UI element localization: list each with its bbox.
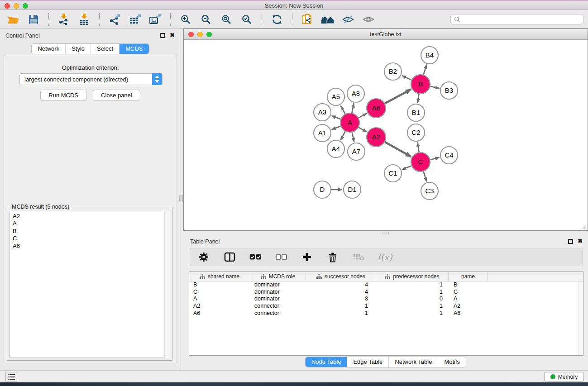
column-header-predecessor-nodes[interactable]: predecessor nodes xyxy=(376,272,449,281)
zoom-out-icon[interactable] xyxy=(199,12,213,27)
close-table-panel-icon[interactable]: ✖ xyxy=(578,238,583,244)
graph-edge-B-B2[interactable] xyxy=(402,76,411,80)
import-network-icon[interactable] xyxy=(57,12,71,27)
function-builder-button[interactable]: f(x) xyxy=(378,252,392,262)
table-cell[interactable]: dominator xyxy=(250,295,306,303)
run-mcds-button[interactable]: Run MCDS xyxy=(40,90,86,101)
tab-style[interactable]: Style xyxy=(65,44,91,54)
graph-edge-B-B1[interactable] xyxy=(417,94,419,103)
close-panel-icon[interactable]: ✖ xyxy=(170,32,175,38)
delete-table-icon[interactable] xyxy=(352,250,365,264)
graph-edge-A6-B[interactable] xyxy=(385,89,411,103)
tab-node-table[interactable]: Node Table xyxy=(306,357,347,367)
table-cell[interactable]: C xyxy=(449,289,488,296)
table-cell[interactable]: A xyxy=(449,295,488,303)
column-header-name[interactable]: name xyxy=(449,272,488,281)
mcds-result-item[interactable]: C xyxy=(10,235,169,242)
search-input[interactable] xyxy=(460,16,583,23)
table-row[interactable]: A2connector11A2 xyxy=(189,303,583,310)
table-cell[interactable]: 1 xyxy=(376,289,449,296)
graph-edge-A-A5[interactable] xyxy=(341,105,345,114)
float-table-panel-icon[interactable] xyxy=(568,239,573,244)
table-row[interactable]: A6connector11A6 xyxy=(189,310,583,317)
export-image-icon[interactable] xyxy=(148,12,162,27)
search-box[interactable] xyxy=(450,14,583,24)
export-network-icon[interactable] xyxy=(108,12,121,27)
tab-network[interactable]: Network xyxy=(32,44,65,54)
table-cell[interactable]: B xyxy=(449,281,488,289)
table-cell[interactable]: dominator xyxy=(250,281,306,289)
table-cell[interactable]: connector xyxy=(250,310,306,317)
column-selector-icon[interactable] xyxy=(223,250,236,264)
zoom-in-icon[interactable] xyxy=(179,12,192,27)
table-cell[interactable]: 1 xyxy=(306,303,376,310)
home-view-icon[interactable] xyxy=(321,12,335,27)
mcds-result-item[interactable]: A6 xyxy=(10,243,169,250)
mcds-result-item[interactable]: A2 xyxy=(10,211,169,220)
hide-network-eye-icon[interactable] xyxy=(341,12,355,27)
table-cell[interactable]: 1 xyxy=(376,310,449,317)
open-session-icon[interactable] xyxy=(6,12,20,27)
graph-edge-C-C3[interactable] xyxy=(424,172,427,181)
graph-edge-A-A8[interactable] xyxy=(352,104,354,113)
tab-select[interactable]: Select xyxy=(91,44,119,54)
float-panel-icon[interactable] xyxy=(160,33,165,38)
table-cell[interactable]: C xyxy=(189,289,250,296)
zoom-selected-icon[interactable] xyxy=(240,12,253,27)
network-window-titlebar[interactable]: testGlobe.txt xyxy=(184,29,588,40)
add-row-plus-icon[interactable] xyxy=(300,250,314,264)
select-all-checkboxes-icon[interactable] xyxy=(249,250,262,264)
result-scrollbar[interactable] xyxy=(164,211,170,358)
mcds-result-list[interactable]: A2ABCA6 xyxy=(10,211,170,358)
table-row[interactable]: Cdominator41C xyxy=(189,289,583,296)
graph-edge-A-A1[interactable] xyxy=(332,126,341,129)
graph-edge-A-A4[interactable] xyxy=(340,131,345,140)
show-network-eye-icon[interactable] xyxy=(362,12,375,27)
table-cell[interactable]: connector xyxy=(250,303,306,310)
export-table-icon[interactable] xyxy=(128,12,142,27)
graph-edge-A-A2[interactable] xyxy=(359,128,367,132)
graph-edge-B-B4[interactable] xyxy=(424,65,427,75)
column-header-mcds-role[interactable]: MCDS role xyxy=(250,272,306,281)
table-cell[interactable]: 1 xyxy=(306,310,376,317)
gear-icon[interactable] xyxy=(197,250,210,264)
deselect-all-checkboxes-icon[interactable] xyxy=(274,250,288,264)
splitter-handle-vertical[interactable] xyxy=(179,195,183,202)
optimization-criterion-select[interactable]: largest connected component (directed) xyxy=(19,73,163,85)
graph-edge-A2-C[interactable] xyxy=(385,142,411,157)
save-session-icon[interactable] xyxy=(27,12,40,27)
table-cell[interactable]: A2 xyxy=(449,303,488,310)
zoom-fit-icon[interactable] xyxy=(220,12,233,27)
table-scrollbar[interactable] xyxy=(578,281,583,355)
tab-mcds[interactable]: MCDS xyxy=(119,44,148,54)
graph-edge-B-B3[interactable] xyxy=(430,86,439,88)
tab-edge-table[interactable]: Edge Table xyxy=(347,357,388,367)
table-cell[interactable]: A6 xyxy=(189,310,250,317)
graph-edge-A-A7[interactable] xyxy=(352,132,354,142)
table-cell[interactable]: A6 xyxy=(449,310,488,317)
close-panel-button[interactable]: Close panel xyxy=(93,90,140,101)
table-cell[interactable]: 1 xyxy=(376,281,449,289)
graph-edge-A-A6[interactable] xyxy=(359,114,367,118)
network-canvas[interactable]: B4B2BB3A8A5A6A3B1AA1C2A2A4A7C4CC1DD1C3 xyxy=(184,40,587,230)
table-cell[interactable]: 4 xyxy=(306,289,376,296)
table-cell[interactable]: B xyxy=(189,281,250,289)
table-cell[interactable]: dominator xyxy=(250,289,306,296)
memory-button[interactable]: Memory xyxy=(544,372,584,381)
resize-grip-icon[interactable] xyxy=(581,224,587,229)
import-table-icon[interactable] xyxy=(77,12,91,27)
tab-motifs[interactable]: Motifs xyxy=(438,357,466,367)
graph-edge-A-A3[interactable] xyxy=(332,116,341,119)
table-row[interactable]: Adominator80A xyxy=(189,295,583,303)
table-cell[interactable]: 1 xyxy=(376,303,449,310)
open-session-from-file-icon[interactable] xyxy=(301,12,314,27)
table-cell[interactable]: 0 xyxy=(376,295,449,303)
table-row[interactable]: Bdominator41B xyxy=(189,281,583,289)
table-cell[interactable]: 4 xyxy=(306,281,376,289)
graph-edge-C-C2[interactable] xyxy=(417,143,419,152)
graph-edge-C-C1[interactable] xyxy=(402,166,411,169)
column-header-successor-nodes[interactable]: successor nodes xyxy=(306,272,376,281)
mcds-result-item[interactable]: A xyxy=(10,220,169,227)
column-header-shared-name[interactable]: shared name xyxy=(189,272,250,281)
trash-icon[interactable] xyxy=(326,250,339,264)
